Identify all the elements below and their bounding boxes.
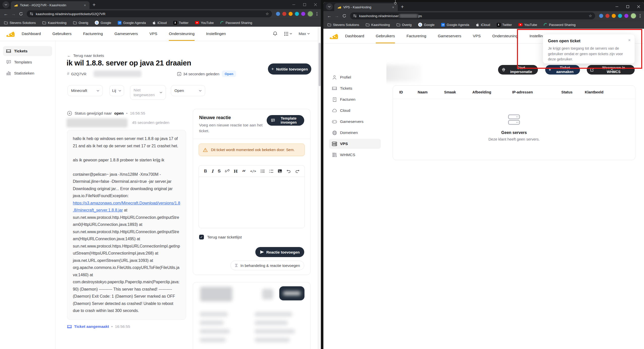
filter-product-dropdown[interactable]: Minecraft	[68, 85, 103, 96]
maximize-icon[interactable]	[622, 2, 633, 11]
sidebar-item-tickets[interactable]: Tickets	[329, 83, 381, 93]
apps-grid-button[interactable]	[284, 32, 292, 36]
extension-icon[interactable]	[599, 14, 603, 18]
sidebar-item-profiel[interactable]: Profiel	[329, 72, 381, 82]
bookmark-folder[interactable]: KaasHosting	[366, 23, 390, 27]
site-info-icon[interactable]	[353, 14, 357, 18]
close-window-icon[interactable]	[633, 2, 644, 11]
nav-facturering[interactable]: Facturering	[407, 29, 426, 43]
code-icon[interactable]: </>	[250, 169, 256, 173]
minimize-icon[interactable]	[611, 2, 622, 11]
heading-icon[interactable]: H	[234, 169, 238, 174]
strikethrough-icon[interactable]: S	[218, 169, 221, 174]
nav-dashboard[interactable]: Dashboard	[345, 29, 364, 43]
browser-menu-icon[interactable]	[638, 14, 642, 18]
back-icon[interactable]: ←	[325, 12, 333, 20]
extension-icon[interactable]	[295, 12, 299, 16]
nav-gebruikers[interactable]: Gebruikers	[52, 27, 72, 41]
nav-ondersteuning[interactable]: Ondersteuning	[492, 29, 518, 43]
sidebar-item-gameservers[interactable]: Gameservers	[329, 117, 381, 127]
nav-vps[interactable]: VPS	[473, 29, 481, 43]
nav-facturering[interactable]: Facturering	[83, 27, 103, 41]
bookmark-twitter[interactable]: XTwitter	[173, 21, 189, 25]
bookmark-folder[interactable]: Stevens Solutions	[327, 23, 359, 27]
return-checkbox[interactable]: ✓	[199, 235, 204, 239]
extension-icon[interactable]	[276, 12, 280, 16]
sidebar-item-tickets[interactable]: Tickets	[3, 46, 52, 56]
redo-icon[interactable]	[295, 169, 299, 173]
extension-icon[interactable]	[618, 14, 622, 18]
bookmark-icloud[interactable]: iCloud	[476, 23, 490, 27]
extension-icon[interactable]	[624, 14, 628, 18]
kaashosting-logo[interactable]	[329, 32, 339, 40]
bookmark-star-icon[interactable]: ☆	[266, 12, 269, 16]
start-impersonation-button[interactable]: Start impersonatie	[498, 65, 538, 75]
maximize-icon[interactable]	[299, 0, 310, 9]
pending-reply-button[interactable]: In behandeling & reactie toevoegen	[230, 261, 304, 270]
tab-search-button[interactable]	[3, 1, 9, 8]
bookmark-google-agenda[interactable]: 19Google Agenda	[118, 21, 146, 25]
filter-client-dropdown[interactable]: Lij	[109, 85, 124, 96]
browser-menu-icon[interactable]	[315, 12, 319, 16]
submit-reply-button[interactable]: Reactie toevoegen	[255, 247, 304, 257]
url-bar[interactable]: kaashosting.nl/admin/support/tickets/G2Q…	[27, 10, 272, 17]
bookmark-star-icon[interactable]: ☆	[589, 14, 592, 18]
bookmark-youtube[interactable]: YouTube	[518, 23, 537, 27]
site-info-icon[interactable]	[30, 12, 33, 16]
sidebar-item-whmcs[interactable]: WHMCS	[329, 150, 381, 160]
forward-icon[interactable]: →	[10, 10, 17, 18]
quote-icon[interactable]: “	[242, 169, 246, 174]
bookmark-google[interactable]: GGoogle	[95, 21, 111, 25]
filter-assignee-dropdown[interactable]: Niet toegewezen	[130, 85, 166, 100]
extension-icon[interactable]	[612, 14, 616, 18]
back-icon[interactable]: ←	[2, 10, 10, 18]
nav-gameservers[interactable]: Gameservers	[114, 27, 138, 41]
minimize-icon[interactable]	[288, 0, 299, 9]
url-bar[interactable]: kaashosting.nl/admin/userps ☆	[350, 12, 595, 19]
profile-avatar[interactable]	[630, 13, 636, 19]
sidebar-item-domeinen[interactable]: Domeinen	[329, 128, 381, 138]
nav-ondersteuning[interactable]: Ondersteuning	[169, 27, 195, 41]
notifications-bell-icon[interactable]	[273, 31, 278, 36]
reload-icon[interactable]	[341, 12, 348, 20]
bookmark-youtube[interactable]: YouTube	[195, 21, 214, 25]
extension-icon[interactable]	[605, 14, 609, 18]
browser-tab[interactable]: VPS - KaasHosting ×	[334, 3, 398, 11]
nav-instellingen[interactable]: Instellingen	[206, 27, 226, 41]
extension-icon[interactable]	[301, 12, 305, 16]
tab-search-button[interactable]	[326, 3, 333, 10]
reload-icon[interactable]	[17, 10, 25, 18]
bookmark-icloud[interactable]: iCloud	[152, 21, 167, 25]
bookmark-password-sharing[interactable]: Password Sharing	[220, 21, 252, 25]
bookmark-twitter[interactable]: XTwitter	[497, 23, 512, 27]
insert-template-button[interactable]: Template invoegen	[267, 115, 304, 126]
image-icon[interactable]	[278, 169, 282, 173]
bookmark-folder[interactable]: Overig	[396, 23, 412, 27]
nav-gameservers[interactable]: Gameservers	[438, 29, 461, 43]
bookmark-folder[interactable]: Overig	[73, 21, 88, 25]
bookmark-folder[interactable]: KaasHosting	[42, 21, 67, 25]
reply-textarea[interactable]	[199, 177, 304, 228]
link-icon[interactable]	[225, 169, 229, 173]
close-icon[interactable]: ×	[83, 3, 86, 7]
bookmark-google-agenda[interactable]: 19Google Agenda	[441, 23, 469, 27]
add-note-button[interactable]: + Notitie toevoegen	[268, 63, 311, 75]
forward-icon[interactable]: →	[333, 12, 341, 20]
page-scrollbar[interactable]	[318, 27, 321, 349]
sidebar-item-cloud[interactable]: Cloud	[329, 106, 381, 116]
browser-tab[interactable]: Ticket - #G2Q7VR - KaasHostin ×	[11, 1, 89, 9]
sidebar-item-statistieken[interactable]: Statistieken	[3, 68, 52, 78]
ordered-list-icon[interactable]: 12	[269, 169, 273, 173]
bullet-list-icon[interactable]	[261, 169, 265, 173]
new-tab-button[interactable]: +	[93, 2, 96, 7]
bookmark-password-sharing[interactable]: Password Sharing	[544, 23, 576, 27]
profile-avatar[interactable]	[307, 11, 313, 17]
create-ticket-button[interactable]: + Ticket aanmaken	[545, 65, 580, 75]
kaashosting-logo[interactable]	[6, 30, 15, 38]
extension-icon[interactable]	[282, 12, 286, 16]
close-icon[interactable]: ×	[628, 38, 631, 43]
scrollbar-thumb[interactable]	[319, 43, 321, 86]
bold-icon[interactable]: B	[204, 169, 207, 174]
italic-icon[interactable]: I	[211, 169, 213, 174]
bookmark-folder[interactable]: Stevens Solutions	[4, 21, 36, 25]
